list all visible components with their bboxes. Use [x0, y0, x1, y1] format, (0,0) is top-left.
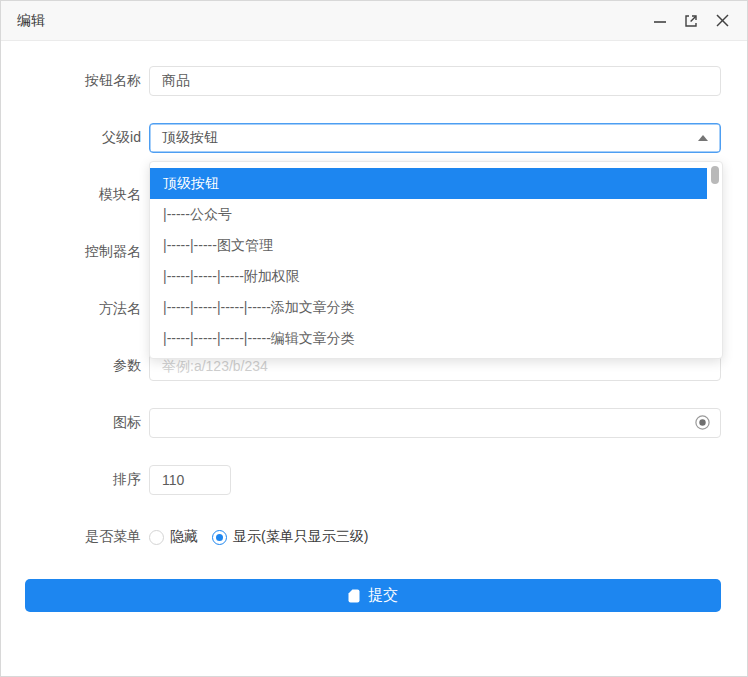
target-icon[interactable]	[694, 414, 711, 435]
form-row-button-name: 按钮名称	[1, 66, 747, 96]
radio-unchecked-icon[interactable]	[149, 530, 164, 545]
close-icon[interactable]	[713, 12, 731, 30]
form-row-is-menu: 是否菜单 隐藏 显示(菜单只显示三级)	[1, 522, 747, 552]
window-controls	[651, 12, 731, 30]
radio-checked-icon[interactable]	[212, 530, 227, 545]
parent-id-dropdown-panel: 顶级按钮 |-----公众号 |-----|-----图文管理 |-----|-…	[149, 161, 723, 359]
controller-label: 控制器名	[1, 243, 149, 261]
edit-dialog-window: 编辑 按钮名称	[0, 0, 748, 677]
maximize-icon[interactable]	[682, 12, 700, 30]
form-row-sort: 排序	[1, 465, 747, 495]
sort-label: 排序	[1, 471, 149, 489]
dialog-title: 编辑	[17, 12, 45, 30]
parent-id-label: 父级id	[1, 129, 149, 147]
chevron-up-icon	[698, 135, 708, 141]
submit-button[interactable]: 提交	[25, 579, 721, 612]
button-name-input[interactable]	[149, 66, 721, 96]
icon-input[interactable]	[149, 408, 721, 438]
button-name-label: 按钮名称	[1, 72, 149, 90]
form-row-parent-id: 父级id 顶级按钮	[1, 123, 747, 153]
form-row-icon: 图标	[1, 408, 747, 438]
icon-label: 图标	[1, 414, 149, 432]
submit-button-label: 提交	[368, 586, 398, 605]
radio-option-hide[interactable]: 隐藏	[149, 528, 198, 546]
module-label: 模块名	[1, 186, 149, 204]
parent-id-selected-value: 顶级按钮	[162, 129, 218, 147]
dropdown-scrollbar-thumb[interactable]	[711, 166, 719, 184]
minimize-icon[interactable]	[651, 12, 669, 30]
dropdown-item[interactable]: 顶级按钮	[150, 168, 707, 199]
radio-option-show[interactable]: 显示(菜单只显示三级)	[212, 528, 368, 546]
is-menu-label: 是否菜单	[1, 528, 149, 546]
dropdown-item[interactable]: |-----公众号	[150, 199, 707, 230]
params-label: 参数	[1, 357, 149, 375]
parent-id-select[interactable]: 顶级按钮	[149, 123, 721, 153]
radio-hide-label: 隐藏	[170, 528, 198, 546]
sort-input[interactable]	[149, 465, 231, 495]
method-label: 方法名	[1, 300, 149, 318]
dropdown-item[interactable]: |-----|-----|-----附加权限	[150, 261, 707, 292]
dropdown-item[interactable]: |-----|-----|-----|-----编辑文章分类	[150, 323, 707, 354]
radio-show-label: 显示(菜单只显示三级)	[233, 528, 368, 546]
edit-pen-icon	[348, 589, 360, 603]
dropdown-item[interactable]: |-----|-----|-----|-----添加文章分类	[150, 292, 707, 323]
dropdown-item[interactable]: |-----|-----图文管理	[150, 230, 707, 261]
titlebar: 编辑	[1, 1, 747, 41]
